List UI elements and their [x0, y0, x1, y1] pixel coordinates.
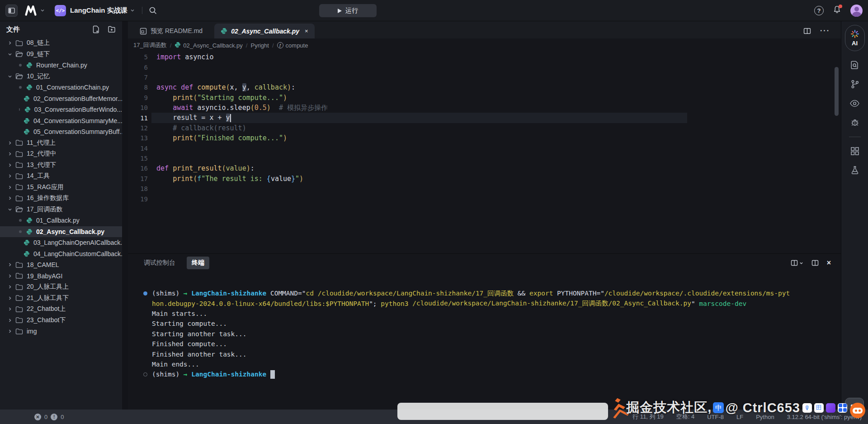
python-interpreter[interactable]: 3.12.2 64-bit ('shims': pyenv) [787, 414, 862, 420]
new-folder-icon[interactable] [108, 25, 116, 33]
tree-folder[interactable]: img [0, 326, 122, 337]
marscode-logo[interactable] [24, 5, 45, 16]
code-text: print("Starting compute...") [156, 94, 287, 102]
terminal[interactable]: (shims) → LangChain-shizhanke COMMAND="c… [128, 288, 841, 410]
tree-folder[interactable]: 20_人脉工具上 [0, 281, 122, 293]
split-terminal-button[interactable] [791, 259, 803, 267]
encoding[interactable]: UTF-8 [707, 414, 724, 420]
editor-scrollbar[interactable] [835, 67, 839, 116]
avatar[interactable] [850, 5, 863, 17]
git-branch-icon[interactable] [850, 79, 860, 89]
tree-file[interactable]: 04_LangChainCustomCallback... [0, 248, 122, 260]
tab-terminal[interactable]: 终端 [187, 257, 209, 269]
code-editor[interactable]: 5import asyncio678async def compute(x, y… [128, 52, 841, 253]
more-actions-icon[interactable]: ··· [820, 27, 830, 35]
tree-folder[interactable]: 17_回调函数 [0, 204, 122, 215]
chevron-right-icon [6, 296, 14, 300]
language-mode[interactable]: Python [756, 414, 774, 420]
help-icon[interactable]: ? [814, 6, 824, 15]
breadcrumb-item[interactable]: ƒcompute [277, 42, 308, 49]
eol[interactable]: LF [736, 414, 743, 420]
folder-name: 21_人脉工具下 [27, 294, 69, 302]
split-editor-icon[interactable] [803, 27, 811, 35]
tree-folder[interactable]: 16_操作数据库 [0, 193, 122, 204]
folder-icon [15, 306, 23, 313]
search-icon[interactable] [149, 6, 157, 14]
tree-folder[interactable]: 22_Chatbot上 [0, 304, 122, 315]
breadcrumb-item[interactable]: 17_回调函数 [133, 41, 167, 49]
maximize-panel-icon[interactable] [811, 259, 819, 267]
sidebar-toggle-button[interactable] [5, 5, 18, 17]
tree-file[interactable]: 01_ConversationChain.py [0, 82, 122, 93]
search-in-files-icon[interactable] [850, 60, 860, 70]
ai-assistant-button[interactable]: AI [845, 25, 865, 51]
run-button[interactable]: 运行 [319, 4, 377, 17]
tree-folder[interactable]: 14_工具 [0, 171, 122, 182]
tree-file[interactable]: Rounter_Chain.py [0, 60, 122, 71]
chevron-down-icon[interactable] [130, 8, 135, 13]
prompt-indicator [143, 372, 152, 376]
tree-folder[interactable]: 21_人脉工具下 [0, 293, 122, 304]
problems-indicator[interactable]: ✕ 0 ! 0 [34, 414, 64, 420]
line-number: 9 [128, 94, 148, 101]
code-line: 8async def compute(x, y, callback): [128, 82, 841, 92]
test-flask-icon[interactable] [850, 165, 860, 175]
close-icon[interactable]: × [305, 28, 308, 34]
tab-readme-preview[interactable]: 预览 README.md [133, 24, 209, 38]
code-line: 7 [128, 72, 841, 82]
tree-file[interactable]: 02_ConversationBufferMemor... [0, 93, 122, 105]
divider [849, 137, 861, 137]
chevron-right-icon [6, 274, 14, 278]
play-icon [338, 9, 342, 13]
tree-folder[interactable]: 09_链下 [0, 49, 122, 60]
tree-folder[interactable]: 08_链上 [0, 38, 122, 49]
chevron-right-icon [6, 329, 14, 333]
tree-file[interactable]: 05_ConversationSummaryBuff... [0, 126, 122, 138]
file-status-dot [19, 230, 22, 233]
breadcrumb-item[interactable]: 02_Async_Callback.py [175, 42, 243, 49]
folder-name: 10_记忆 [27, 72, 50, 81]
notifications-button[interactable] [833, 5, 841, 16]
new-file-icon[interactable] [92, 25, 100, 33]
code-line: 11 result = x + y [128, 113, 841, 123]
indentation[interactable]: 空格: 4 [676, 413, 694, 421]
tree-folder[interactable]: 15_RAG应用 [0, 182, 122, 193]
tree-folder[interactable]: 13_代理下 [0, 160, 122, 171]
tree-folder[interactable]: 12_代理中 [0, 148, 122, 160]
breadcrumb-separator: / [246, 42, 248, 49]
breadcrumb-item[interactable]: Pyright [250, 42, 269, 49]
tab-async-callback[interactable]: 02_Async_Callback.py × [214, 24, 315, 38]
warnings-count: 0 [61, 414, 64, 420]
debug-bug-icon[interactable] [850, 118, 860, 128]
folder-icon [15, 73, 23, 80]
split-panel-icon [791, 259, 798, 267]
tree-folder[interactable]: 11_代理上 [0, 138, 122, 149]
folder-name: 23_Chatbot下 [27, 316, 66, 324]
tab-debug-console[interactable]: 调试控制台 [139, 257, 180, 269]
folder-name: 08_链上 [27, 39, 50, 47]
tree-folder[interactable]: 18_CAMEL [0, 259, 122, 271]
eye-icon[interactable] [849, 98, 860, 109]
tree-file[interactable]: 02_Async_Callback.py [0, 226, 122, 238]
folder-icon [15, 272, 23, 279]
folder-icon [15, 195, 23, 202]
tree-file[interactable]: 03_LangChainOpenAICallback... [0, 237, 122, 248]
project-name[interactable]: LangChain 实战课 [70, 6, 127, 15]
close-panel-icon[interactable]: × [827, 259, 831, 267]
tree-folder[interactable]: 10_记忆 [0, 71, 122, 82]
file-status-dot [19, 64, 22, 67]
tree-file[interactable]: 01_Callback.py [0, 215, 122, 226]
preview-icon [140, 28, 147, 35]
extensions-grid-icon[interactable] [850, 146, 860, 156]
tree-file[interactable]: 03_ConversationBufferWindo... [0, 104, 122, 115]
tree-file[interactable]: 04_ConversationSummaryMe... [0, 115, 122, 127]
tree-folder[interactable]: 23_Chatbot下 [0, 315, 122, 326]
code-line: 17 print(f"The result is: {value}") [128, 174, 841, 184]
python-file-icon [26, 229, 33, 235]
tree-folder[interactable]: 19_BabyAGI [0, 271, 122, 282]
line-number: 13 [128, 134, 148, 142]
chevron-down-icon [40, 8, 45, 13]
cursor-position[interactable]: 行 11, 列 19 [632, 413, 663, 421]
panel-header: 调试控制台 终端 × [128, 254, 841, 272]
chevron-down-icon [799, 261, 803, 265]
